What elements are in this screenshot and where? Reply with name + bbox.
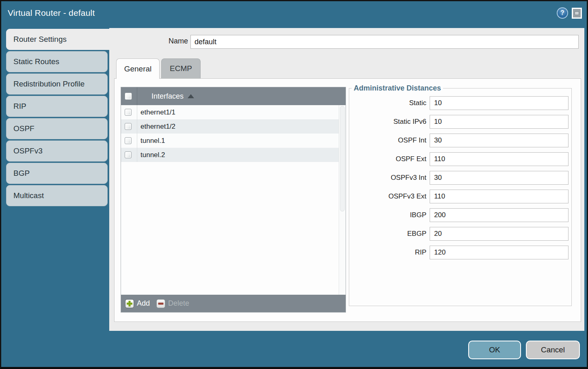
tab-ecmp[interactable]: ECMP	[161, 58, 201, 78]
add-button-label: Add	[137, 299, 150, 308]
ebgp-label: EBGP	[349, 230, 426, 238]
table-scrollbar[interactable]	[339, 105, 346, 295]
table-row[interactable]: ethernet1/1	[121, 105, 339, 119]
tabstrip: General ECMP	[116, 58, 201, 79]
ospfv3-int-label: OSPFv3 Int	[349, 174, 426, 182]
static-ipv6-input[interactable]	[430, 115, 569, 129]
window-icon-inner	[575, 11, 579, 15]
help-icon[interactable]: ?	[557, 7, 568, 19]
add-plus-icon	[125, 299, 134, 308]
delete-button[interactable]: Delete	[156, 299, 189, 308]
column-divider	[137, 148, 137, 162]
administrative-distances-legend: Administrative Distances	[352, 84, 443, 93]
rip-input[interactable]	[430, 246, 569, 259]
column-divider	[137, 134, 137, 148]
table-footer: Add Delete	[121, 295, 346, 312]
ibgp-label: IBGP	[349, 211, 426, 219]
name-input[interactable]	[190, 35, 579, 49]
select-all-checkbox[interactable]	[125, 93, 132, 100]
field-row-ospfv3-int: OSPFv3 Int	[349, 171, 571, 185]
scrollbar-thumb[interactable]	[340, 106, 345, 211]
field-row-ospf-ext: OSPF Ext	[349, 152, 571, 166]
sort-ascending-icon	[188, 94, 194, 98]
sidebar-item-redistribution-profile[interactable]: Redistribution Profile	[6, 73, 108, 95]
ospfv3-int-input[interactable]	[430, 171, 569, 185]
field-row-static-ipv6: Static IPv6	[349, 115, 571, 129]
table-row[interactable]: tunnel.2	[121, 148, 339, 162]
sidebar-item-multicast[interactable]: Multicast	[6, 185, 108, 206]
sidebar-item-rip[interactable]: RIP	[6, 96, 108, 117]
ospf-int-input[interactable]	[430, 134, 569, 147]
ibgp-input[interactable]	[430, 208, 569, 222]
row-checkbox[interactable]	[125, 109, 132, 116]
static-input[interactable]	[430, 96, 569, 110]
field-row-ospf-int: OSPF Int	[349, 134, 571, 147]
ok-button[interactable]: OK	[468, 341, 521, 359]
virtual-router-dialog: Virtual Router - default ? Router Settin…	[0, 0, 588, 369]
field-row-static: Static	[349, 96, 571, 110]
ebgp-input[interactable]	[430, 227, 569, 241]
row-checkbox[interactable]	[125, 123, 132, 130]
add-button[interactable]: Add	[125, 299, 150, 308]
table-row[interactable]: ethernet1/2	[121, 119, 339, 134]
general-tab-content: Interfaces ethernet1/1 ethernet1/2	[114, 78, 581, 322]
column-divider	[137, 87, 137, 105]
window-icon[interactable]	[572, 8, 582, 19]
sidebar: Router Settings Static Routes Redistribu…	[6, 29, 110, 207]
sidebar-item-router-settings[interactable]: Router Settings	[6, 29, 110, 50]
interfaces-table-body: ethernet1/1 ethernet1/2 tunnel.1	[121, 105, 339, 295]
static-label: Static	[349, 99, 426, 107]
interface-name: tunnel.1	[141, 137, 165, 145]
delete-minus-icon	[156, 299, 165, 308]
ospf-ext-input[interactable]	[430, 152, 569, 166]
row-checkbox[interactable]	[125, 137, 132, 144]
column-divider	[137, 105, 137, 119]
name-label: Name	[109, 37, 188, 45]
sidebar-item-static-routes[interactable]: Static Routes	[6, 51, 108, 72]
titlebar: Virtual Router - default ?	[1, 1, 587, 27]
interfaces-header-label: Interfaces	[151, 92, 184, 101]
ospf-int-label: OSPF Int	[349, 136, 426, 145]
interfaces-column-header[interactable]: Interfaces	[121, 87, 346, 105]
delete-button-label: Delete	[168, 299, 189, 308]
sidebar-item-ospfv3[interactable]: OSPFv3	[6, 140, 108, 162]
column-divider	[137, 119, 137, 134]
static-ipv6-label: Static IPv6	[349, 118, 426, 126]
main-panel: Name General ECMP Interfaces et	[109, 28, 584, 331]
row-checkbox[interactable]	[125, 151, 132, 158]
field-row-rip: RIP	[349, 246, 571, 259]
table-row[interactable]: tunnel.1	[121, 134, 339, 148]
field-row-ebgp: EBGP	[349, 227, 571, 241]
interfaces-table: Interfaces ethernet1/1 ethernet1/2	[121, 87, 346, 313]
sidebar-item-bgp[interactable]: BGP	[6, 163, 108, 184]
administrative-distances-group: Administrative Distances Static Static I…	[349, 84, 572, 306]
interface-name: tunnel.2	[141, 151, 165, 159]
field-row-ospfv3-ext: OSPFv3 Ext	[349, 190, 571, 203]
dialog-title: Virtual Router - default	[8, 8, 95, 18]
interface-name: ethernet1/2	[141, 123, 175, 131]
sidebar-item-ospf[interactable]: OSPF	[6, 118, 108, 139]
rip-label: RIP	[349, 248, 426, 257]
cancel-button[interactable]: Cancel	[526, 341, 580, 359]
interface-name: ethernet1/1	[141, 108, 175, 117]
field-row-ibgp: IBGP	[349, 208, 571, 222]
ospfv3-ext-input[interactable]	[430, 190, 569, 203]
ospf-ext-label: OSPF Ext	[349, 155, 426, 163]
tab-general[interactable]: General	[116, 58, 160, 79]
ospfv3-ext-label: OSPFv3 Ext	[349, 192, 426, 201]
